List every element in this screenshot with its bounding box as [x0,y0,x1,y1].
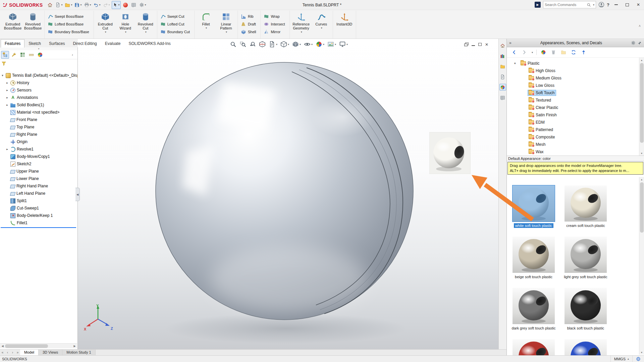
move-up-button[interactable] [580,49,587,56]
tree-item-sketch2[interactable]: Sketch2 [0,160,77,168]
doc-minimize-button[interactable] [472,42,475,47]
tab-direct-editing[interactable]: Direct Editing [69,39,101,48]
tree-item-right-plane[interactable]: Right Plane [0,131,77,138]
select-button[interactable]: ▾ [112,1,121,9]
first-tab-icon[interactable]: « [0,350,5,355]
minimize-button[interactable] [612,1,621,8]
previous-view-button[interactable] [249,40,256,48]
tab-motion-study-1[interactable]: Motion Study 1 [62,350,95,355]
tree-item-soft-touch[interactable]: Soft Touch [507,89,644,97]
hole-wizard-button[interactable]: Hole Wizard ▾ [116,11,135,34]
refresh-button[interactable] [570,49,577,56]
section-view-button[interactable] [259,40,266,48]
expand-arrow-icon[interactable]: ▸ [5,81,9,84]
solidworks-logo-icon[interactable] [2,2,8,8]
tree-item-material[interactable]: Material <not specified> [0,109,77,116]
apply-scene-button[interactable]: ▾ [327,40,336,48]
tree-item-mesh[interactable]: Mesh [507,141,644,148]
chevron-down-icon[interactable]: ▾ [145,30,147,34]
tab-evaluate[interactable]: Evaluate [101,39,125,48]
lofted-cut-button[interactable]: Lofted Cut [159,20,193,28]
tree-item-clear-plastic[interactable]: Clear Plastic [507,104,644,111]
appearance-thumbnail[interactable] [565,237,607,273]
expand-arrow-icon[interactable]: ▸ [5,88,9,92]
fillet-button[interactable]: Fillet ▾ [196,11,216,30]
filter-funnel-icon[interactable] [1,61,6,66]
undo-button[interactable]: ▾ [93,1,101,9]
tree-item-origin[interactable]: Origin [0,138,77,145]
next-tab-icon[interactable]: › [10,350,15,355]
tree-item-annotations[interactable]: ▸Annotations [0,94,77,101]
appearance-thumbnail[interactable] [513,288,555,324]
doc-restore-button[interactable] [464,42,468,47]
appearance-thumbnail[interactable] [513,237,555,273]
tree-item-fillet1[interactable]: Fillet1 [0,219,77,227]
swatch-blue-soft-touch-partial[interactable] [565,339,607,355]
swatch-red-soft-touch-partial[interactable] [513,339,555,355]
doc-maximize-button[interactable] [478,42,482,47]
tree-item-upper-plane[interactable]: Upper Plane [0,168,77,175]
tree-item-revolve1[interactable]: ▸Revolve1 [0,145,77,153]
tree-item-plastic[interactable]: ▾Plastic [507,60,644,67]
display-style-button[interactable]: ▾ [292,40,301,48]
edit-appearance-button[interactable]: ▾ [315,40,325,48]
rib-button[interactable]: Rib [239,13,259,20]
connection-status[interactable] [632,356,644,362]
tab-3d-views[interactable]: 3D Views [39,350,62,355]
hide-show-items-button[interactable]: ▾ [304,40,313,48]
tree-vertical-scrollbar[interactable]: ▲ ▼ [639,58,644,156]
chevron-down-icon[interactable]: ▾ [226,30,227,34]
appearance-thumbnail[interactable] [565,185,607,222]
open-file-button[interactable] [560,49,567,56]
appearance-thumbnail[interactable] [513,185,555,222]
delete-appearance-button[interactable] [550,49,557,56]
scrollbar-thumb[interactable] [5,344,48,348]
tab-view-palette[interactable] [499,73,506,80]
tree-item-patterned[interactable]: Patterned [507,126,644,133]
extruded-cut-button[interactable]: Extruded Cut ▾ [96,11,115,34]
tab-custom-properties[interactable] [499,94,506,101]
swatch-vertical-scrollbar[interactable]: ▲ ▼ [639,177,644,355]
tree-item-wax[interactable]: Wax [507,148,644,156]
forward-button[interactable] [521,49,528,56]
mouse-sphere-button[interactable] [122,1,129,9]
chevron-down-icon[interactable]: ▾ [532,51,533,54]
expand-arrow-icon[interactable]: ▸ [5,96,9,99]
new-document-button[interactable]: ▾ [55,1,63,9]
tree-item-textured[interactable]: Textured [507,97,644,104]
search-icon[interactable] [587,3,591,7]
view-settings-button[interactable]: ▾ [339,40,348,48]
expand-panel-tabs-button[interactable]: › [68,51,76,59]
expand-arrow-icon[interactable]: ▾ [1,74,4,77]
print-button[interactable]: ▾ [84,1,92,9]
collapse-pane-icon[interactable]: » [509,41,512,45]
add-appearance-button[interactable] [540,49,547,56]
curves-button[interactable]: Curves ▾ [312,11,331,30]
scroll-left-icon[interactable]: ◀ [0,344,5,349]
tab-file-explorer[interactable] [499,63,506,70]
tree-item-body-delete-keep1[interactable]: Body-Delete/Keep 1 [0,212,77,219]
last-tab-icon[interactable]: » [15,350,20,355]
chevron-down-icon[interactable]: ▾ [301,30,302,34]
tab-configuration-manager[interactable] [18,51,26,59]
search-commands-icon[interactable]: ▶ [535,2,541,8]
tree-item-composite[interactable]: Composite [507,133,644,141]
tree-item-split1[interactable]: Split1 [0,197,77,204]
search-box[interactable]: ▾ [543,1,596,8]
tree-item-right-hand-plane[interactable]: Right Hand Plane [0,182,77,190]
doc-close-button[interactable]: ✕ [485,42,488,47]
tree-panel-splitter-handle[interactable]: ◀ [75,188,80,201]
help-icon[interactable]: ? [607,2,609,7]
lofted-boss-base-button[interactable]: Lofted Boss/Base [46,20,92,28]
model-tennis-ball[interactable] [155,62,414,320]
collapse-ribbon-icon[interactable]: ˄ [639,24,641,28]
panel-split-handle[interactable]: ▼ [0,47,77,50]
annotation-views-button[interactable]: ▾ [268,40,278,48]
swatch-beige-soft-touch[interactable]: beige soft touch plastic [513,237,555,279]
chevron-down-icon[interactable]: ▾ [105,30,106,34]
reference-geometry-button[interactable]: Reference Geometry ▾ [291,11,311,34]
maximize-button[interactable] [623,1,632,8]
tab-featuremanager-tree[interactable] [1,51,9,59]
units-selector[interactable]: MMGS ▴ [610,356,632,362]
tab-display-manager[interactable] [36,51,44,59]
